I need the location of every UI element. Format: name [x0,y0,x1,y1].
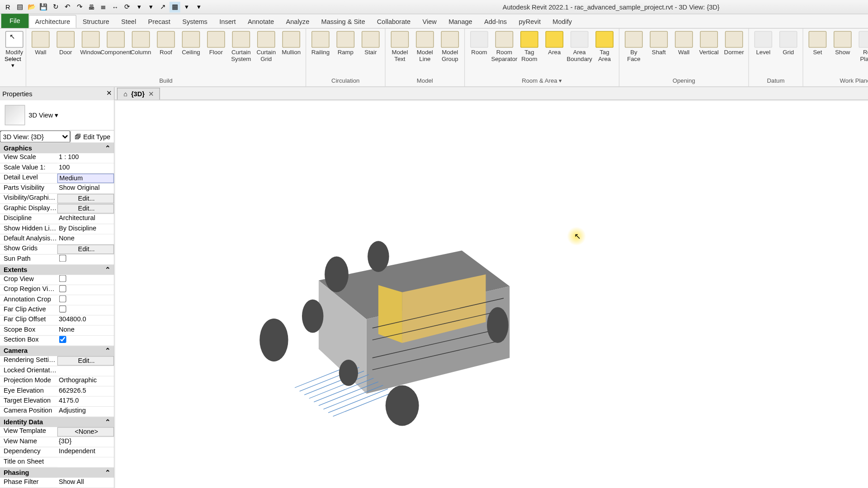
qat11-icon[interactable]: ▾ [193,1,204,12]
ribbon-set[interactable]: Set [806,30,830,77]
prop-row[interactable]: Parts VisibilityShow Original [0,184,114,194]
prop-row[interactable]: View Name{3D} [0,437,114,447]
prop-row[interactable]: Detail LevelMedium [0,174,114,183]
prop-row[interactable]: Show Hidden LinesBy Discipline [0,224,114,234]
ribbon-curtain-grid[interactable]: CurtainGrid [254,30,278,77]
instance-selector[interactable]: 3D View: {3D} [0,131,71,142]
ribbon-curtain-system[interactable]: CurtainSystem [229,30,253,77]
prop-row[interactable]: Default Analysis Di...None [0,235,114,244]
tab-pyrevit[interactable]: pyRevit [513,15,547,28]
prop-section-camera[interactable]: Camera⌃ [0,346,114,356]
view-tab-close-icon[interactable]: ✕ [148,90,154,98]
ribbon-floor[interactable]: Floor [204,30,228,77]
ribbon-wall[interactable]: Wall [28,30,52,77]
tab-massing-site[interactable]: Massing & Site [315,15,371,28]
ribbon-mullion[interactable]: Mullion [279,30,303,77]
app-icon[interactable]: R [2,1,13,12]
select-dropdown[interactable]: Select ▾ [2,56,23,69]
open-icon[interactable]: ▤ [14,1,25,12]
ribbon-tag-room[interactable]: TagRoom [517,30,541,77]
ribbon-room-separator[interactable]: RoomSeparator [492,30,516,77]
ribbon-model-line[interactable]: ModelLine [413,30,437,77]
ribbon-ramp[interactable]: Ramp [334,30,358,77]
prop-row[interactable]: View Scale1 : 100 [0,153,114,163]
tab-add-ins[interactable]: Add-Ins [478,15,513,28]
ribbon-model-group[interactable]: ModelGroup [438,30,462,77]
tab-modify[interactable]: Modify [547,15,578,28]
prop-row[interactable]: Scale Value 1:100 [0,164,114,174]
print-icon[interactable]: 🖶 [86,1,97,12]
prop-row[interactable]: Crop Region Visible [0,285,114,295]
ribbon-show[interactable]: Show [830,30,854,77]
tab-view[interactable]: View [416,15,443,28]
prop-row[interactable]: View Template<None> [0,427,114,437]
prop-section-phasing[interactable]: Phasing⌃ [0,468,114,478]
ribbon-shaft[interactable]: Shaft [647,30,671,77]
dim-icon[interactable]: ↔ [110,1,121,12]
tab-insert[interactable]: Insert [213,15,242,28]
tab-structure[interactable]: Structure [77,15,115,28]
ribbon-ref-plane[interactable]: RefPlane [856,30,868,77]
ribbon-dormer[interactable]: Dormer [722,30,746,77]
prop-row[interactable]: Camera PositionAdjusting [0,407,114,417]
prop-row[interactable]: Scope BoxNone [0,326,114,336]
tab-annotate[interactable]: Annotate [242,15,280,28]
canvas[interactable]: FRONT RIGHT [114,100,868,488]
prop-row[interactable]: Far Clip Offset304800.0 [0,315,114,325]
prop-row[interactable]: Locked Orientation [0,366,114,376]
ribbon-area[interactable]: Area [542,30,566,77]
view-tab-3d[interactable]: ⌂ {3D} ✕ [117,87,160,99]
ribbon-roof[interactable]: Roof [154,30,178,77]
ribbon-model-text[interactable]: ModelText [388,30,412,77]
ribbon-railing[interactable]: Railing [308,30,332,77]
ribbon-stair[interactable]: Stair [359,30,382,77]
modify-button[interactable]: ↖ Modify [2,30,26,56]
properties-type-selector[interactable]: 3D View ▾ [0,100,114,131]
prop-row[interactable]: Section Box [0,336,114,346]
open2-icon[interactable]: 📂 [26,1,37,12]
prop-row[interactable]: Eye Elevation662926.5 [0,386,114,396]
tab-steel[interactable]: Steel [115,15,142,28]
prop-row[interactable]: Title on Sheet [0,457,114,467]
ribbon-vertical[interactable]: Vertical [697,30,721,77]
ribbon-area-boundary[interactable]: AreaBoundary [567,30,591,77]
ribbon-ceiling[interactable]: Ceiling [179,30,203,77]
tab-precast[interactable]: Precast [142,15,176,28]
ribbon-component[interactable]: Component [104,30,128,77]
prop-section-extents[interactable]: Extents⌃ [0,265,114,275]
ribbon-tag-area[interactable]: TagArea [593,30,617,77]
sync-icon[interactable]: ↻ [50,1,61,12]
thin-icon[interactable]: ▾ [134,1,145,12]
prop-row[interactable]: Projection ModeOrthographic [0,376,114,386]
tab-analyze[interactable]: Analyze [280,15,315,28]
tab-architecture[interactable]: Architecture [28,15,77,28]
tab-systems[interactable]: Systems [176,15,213,28]
prop-row[interactable]: Visibility/Graphics ...Edit... [0,194,114,204]
prop-row[interactable]: Annotation Crop [0,295,114,305]
ribbon-level[interactable]: Level [751,30,775,77]
tab-manage[interactable]: Manage [443,15,478,28]
ribbon-by-face[interactable]: ByFace [622,30,646,77]
undo-icon[interactable]: ↶ [62,1,73,12]
prop-row[interactable]: Graphic Display Op...Edit... [0,204,114,214]
switch-icon[interactable]: ↗ [157,1,168,12]
tag-icon[interactable]: ⟳ [122,1,132,12]
prop-row[interactable]: Crop View [0,275,114,285]
tab-collaborate[interactable]: Collaborate [371,15,417,28]
ribbon-window[interactable]: Window [79,30,103,77]
ribbon-room[interactable]: Room [467,30,491,77]
file-tab[interactable]: File [1,14,28,28]
ribbon-column[interactable]: Column [129,30,153,77]
edit-type-button[interactable]: 🗊 Edit Type [71,131,114,142]
prop-row[interactable]: Phase FilterShow All [0,478,114,488]
prop-row[interactable]: DisciplineArchitectural [0,214,114,224]
prop-row[interactable]: Target Elevation4175.0 [0,397,114,407]
qat10-icon[interactable]: ▾ [181,1,192,12]
qat9-icon[interactable]: ▦ [170,1,180,12]
prop-row[interactable]: Show GridsEdit... [0,244,114,254]
prop-row[interactable]: Far Clip Active [0,305,114,315]
prop-section-identity-data[interactable]: Identity Data⌃ [0,417,114,427]
prop-row[interactable]: Rendering SettingsEdit... [0,356,114,366]
measure-icon[interactable]: ≣ [98,1,108,12]
save-icon[interactable]: 💾 [38,1,49,12]
